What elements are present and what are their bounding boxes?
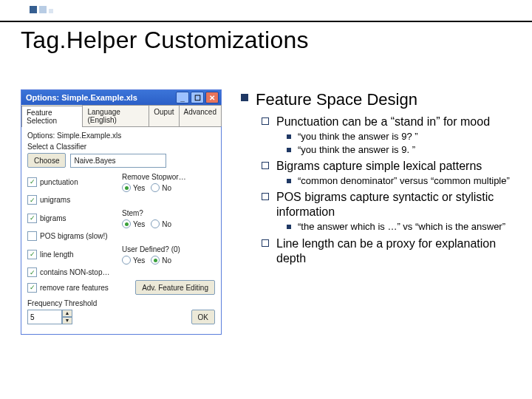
- bullet-open-square-icon: [262, 239, 269, 247]
- bullet-open-square-icon: [262, 162, 269, 169]
- bullet-l2: Punctuation can be a “stand in” for mood: [262, 115, 511, 129]
- slide-title: Tag.Helper Customizations: [21, 27, 511, 54]
- window-title: Options: Simple.Example.xls: [26, 93, 137, 102]
- tab-feature-selection[interactable]: Feature Selection: [21, 106, 83, 127]
- ok-button[interactable]: OK: [191, 310, 215, 324]
- bullet-small-square-icon: [287, 148, 291, 152]
- classifier-select[interactable]: Naive.Bayes: [70, 154, 166, 168]
- options-window: Options: Simple.Example.xls _ ☐ ✕ Featur…: [21, 89, 222, 335]
- frequency-threshold-input[interactable]: [27, 310, 62, 324]
- user-defined-radio[interactable]: YesNo: [122, 256, 215, 265]
- bullet-l1: Feature Space Design: [241, 89, 511, 110]
- header-rule: [0, 21, 532, 22]
- tab-bar: Feature Selection Language (English) Oup…: [21, 105, 221, 127]
- stopwords-radio[interactable]: YesNo: [122, 183, 215, 192]
- stem-radio[interactable]: YesNo: [122, 219, 215, 228]
- check-pos-bigrams[interactable]: POS bigrams (slow!): [27, 231, 120, 241]
- window-titlebar: Options: Simple.Example.xls _ ☐ ✕: [21, 90, 221, 105]
- bullet-l3: “you think the answer is 9? ”: [287, 131, 511, 143]
- stem-label: Stem?: [122, 209, 215, 217]
- bullet-l2: Line length can be a proxy for explanati…: [262, 236, 511, 266]
- user-defined-label: User Defined? (0): [122, 245, 215, 253]
- check-bigrams[interactable]: ✓bigrams: [27, 208, 120, 228]
- check-remove-rare[interactable]: ✓remove rare features: [27, 280, 120, 295]
- adv-feature-editing-button[interactable]: Adv. Feature Editing: [135, 280, 215, 295]
- remove-stopwords-label: Remove Stopwor…: [122, 173, 215, 181]
- bullet-l2: Bigrams capture simple lexical patterns: [262, 159, 511, 174]
- bullet-small-square-icon: [287, 134, 291, 139]
- bullet-l3: “common denominator” versus “common mult…: [287, 175, 511, 187]
- bullet-l3: “you think the answer is 9. ”: [287, 144, 511, 156]
- check-punctuation[interactable]: ✓punctuation: [27, 171, 120, 192]
- bullet-square-icon: [241, 94, 248, 101]
- maximize-icon[interactable]: ☐: [191, 92, 204, 103]
- window-subtitle: Options: Simple.Example.xls: [27, 132, 215, 140]
- bullet-l3: “the answer which is …” vs “which is the…: [287, 221, 511, 233]
- bullet-small-square-icon: [287, 179, 291, 183]
- frequency-threshold-label: Frequency Threshold: [27, 299, 97, 307]
- check-unigrams[interactable]: ✓unigrams: [27, 195, 120, 205]
- frequency-threshold-spinner[interactable]: ▲▼: [27, 310, 97, 324]
- tab-output[interactable]: Ouput: [149, 105, 179, 126]
- bullet-open-square-icon: [262, 117, 269, 125]
- bullet-open-square-icon: [262, 193, 269, 200]
- tab-advanced[interactable]: Advanced: [179, 105, 222, 126]
- close-icon[interactable]: ✕: [205, 92, 219, 103]
- tab-language[interactable]: Language (English): [82, 105, 149, 126]
- corner-decoration: [30, 6, 53, 13]
- choose-button[interactable]: Choose: [27, 153, 66, 168]
- bullet-small-square-icon: [287, 225, 291, 229]
- minimize-icon[interactable]: _: [176, 92, 189, 103]
- bullet-l2: POS bigrams capture syntactic or stylist…: [262, 190, 511, 219]
- classifier-label: Select a Classifier: [27, 143, 215, 151]
- check-contains-nonstop[interactable]: ✓contains NON-stop…: [27, 267, 120, 277]
- check-line-length[interactable]: ✓line length: [27, 244, 120, 265]
- slide: Tag.Helper Customizations Options: Simpl…: [0, 0, 532, 399]
